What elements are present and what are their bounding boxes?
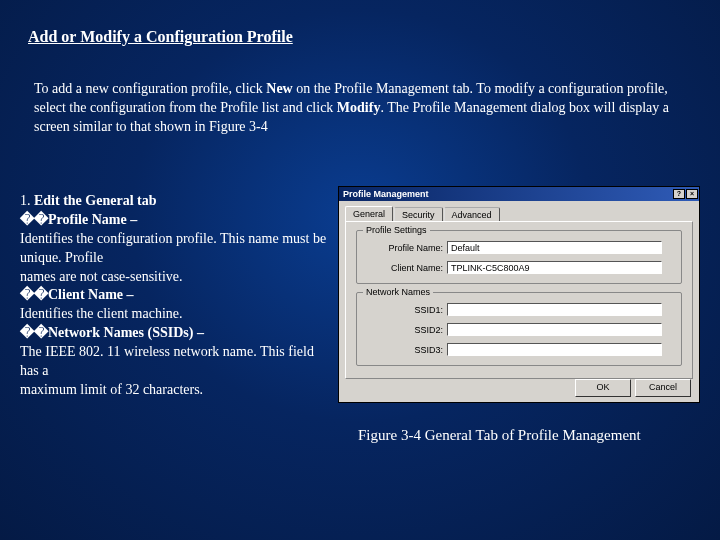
client-name-field-label: Client Name:	[377, 263, 443, 273]
tab-security[interactable]: Security	[394, 207, 443, 222]
ssid-desc-2: maximum limit of 32 characters.	[20, 381, 330, 400]
help-button[interactable]: ?	[673, 189, 685, 199]
ssid2-input[interactable]	[447, 323, 662, 336]
bullet-box-2: ��	[20, 287, 48, 302]
client-name-desc: Identifies the client machine.	[20, 305, 330, 324]
step-num: 1.	[20, 193, 34, 208]
client-name-input[interactable]	[447, 261, 662, 274]
profile-name-label: Profile Name –	[48, 212, 137, 227]
ssid-label: Network Names (SSIDs) –	[48, 325, 204, 340]
group-network-names: SSID1: SSID2: SSID3:	[356, 292, 682, 366]
profile-management-dialog: Profile Management ? × General Security …	[338, 186, 700, 403]
intro-text-1: To add a new configuration profile, clic…	[34, 81, 266, 96]
profile-name-desc-1: Identifies the configuration profile. Th…	[20, 230, 330, 268]
close-button[interactable]: ×	[686, 189, 698, 199]
intro-bold-modify: Modify	[337, 100, 381, 115]
ssid-desc-1: The IEEE 802. 11 wireless network name. …	[20, 343, 330, 381]
bullet-box-3: ��	[20, 325, 48, 340]
dialog-pane: Profile Name: Client Name: SSID1: SSID2:…	[345, 221, 693, 379]
step-title: Edit the General tab	[34, 193, 157, 208]
ssid2-label: SSID2:	[377, 325, 443, 335]
ssid1-input[interactable]	[447, 303, 662, 316]
section-heading: Add or Modify a Configuration Profile	[28, 28, 293, 46]
intro-bold-new: New	[266, 81, 292, 96]
group-profile-settings: Profile Name: Client Name:	[356, 230, 682, 284]
ssid3-label: SSID3:	[377, 345, 443, 355]
cancel-button[interactable]: Cancel	[635, 379, 691, 397]
tab-advanced[interactable]: Advanced	[444, 207, 500, 222]
ssid1-label: SSID1:	[377, 305, 443, 315]
ok-button[interactable]: OK	[575, 379, 631, 397]
profile-name-input[interactable]	[447, 241, 662, 254]
left-instructions: 1. Edit the General tab ��Profile Name –…	[20, 192, 330, 400]
dialog-titlebar: Profile Management ? ×	[339, 187, 699, 201]
intro-paragraph: To add a new configuration profile, clic…	[34, 80, 690, 137]
bullet-box-1: ��	[20, 212, 48, 227]
profile-name-desc-2: names are not case-sensitive.	[20, 268, 330, 287]
figure-caption: Figure 3-4 General Tab of Profile Manage…	[358, 427, 641, 444]
tab-general[interactable]: General	[345, 206, 393, 221]
dialog-title: Profile Management	[343, 189, 429, 199]
profile-name-field-label: Profile Name:	[377, 243, 443, 253]
dialog-tabs: General Security Advanced	[345, 206, 693, 221]
client-name-label: Client Name –	[48, 287, 134, 302]
ssid3-input[interactable]	[447, 343, 662, 356]
